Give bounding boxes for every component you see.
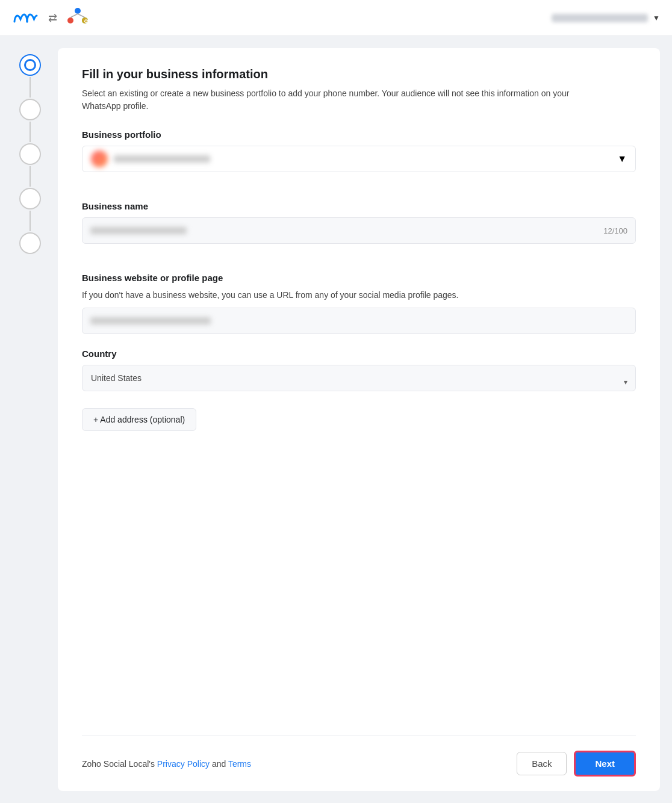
step-circle-2 <box>19 99 41 120</box>
step-circle-4 <box>19 188 41 209</box>
svg-point-0 <box>75 8 81 14</box>
svg-line-4 <box>78 14 85 17</box>
step-circle-5 <box>19 232 41 254</box>
page-title: Fill in your business information <box>82 67 636 81</box>
step-active-indicator <box>24 59 36 71</box>
step-connector-3-4 <box>30 166 31 187</box>
country-select-wrapper: United States Canada United Kingdom Aust… <box>82 365 636 400</box>
user-account-blurred <box>552 14 648 22</box>
back-button[interactable]: Back <box>517 752 567 775</box>
page-description: Select an existing or create a new busin… <box>82 87 576 113</box>
step-item-4 <box>19 188 41 209</box>
footer-text-prefix: Zoho Social Local's <box>82 759 157 769</box>
portfolio-dropdown[interactable]: ▼ <box>82 146 636 172</box>
business-portfolio-section: Business portfolio ▼ <box>82 129 636 187</box>
business-name-section: Business name 12/100 <box>82 201 636 258</box>
footer: Zoho Social Local's Privacy Policy and T… <box>82 736 636 777</box>
step-circle-3 <box>19 143 41 165</box>
portfolio-text-blurred <box>114 155 210 163</box>
svg-point-1 <box>67 17 73 23</box>
footer-and-text: and <box>210 759 228 769</box>
top-bar-right: ▼ <box>552 14 660 22</box>
website-blur <box>90 317 211 324</box>
svg-line-3 <box>70 14 78 17</box>
account-dropdown-arrow[interactable]: ▼ <box>653 14 660 22</box>
top-bar-left: ⇄ ⏱ <box>12 7 89 29</box>
step-connector-2-3 <box>30 122 31 142</box>
add-address-button[interactable]: + Add address (optional) <box>82 408 196 431</box>
network-icon: ⏱ <box>67 7 89 29</box>
privacy-policy-link[interactable]: Privacy Policy <box>157 759 210 769</box>
meta-logo <box>12 10 39 26</box>
refresh-icon[interactable]: ⇄ <box>48 11 57 25</box>
website-label: Business website or profile page <box>82 273 636 283</box>
portfolio-avatar <box>91 150 108 167</box>
business-name-label: Business name <box>82 201 636 211</box>
step-circle-1 <box>19 54 41 76</box>
step-sidebar <box>12 48 48 791</box>
step-item-1 <box>19 54 41 76</box>
terms-link[interactable]: Terms <box>228 759 251 769</box>
country-label: Country <box>82 349 636 359</box>
business-name-blurred <box>90 227 187 234</box>
next-button[interactable]: Next <box>574 751 636 777</box>
main-layout: Fill in your business information Select… <box>0 36 672 803</box>
step-item-2 <box>19 99 41 120</box>
step-connector-4-5 <box>30 211 31 231</box>
country-section: Country United States Canada United King… <box>82 349 636 431</box>
portfolio-value <box>91 150 210 167</box>
footer-text: Zoho Social Local's Privacy Policy and T… <box>82 759 251 769</box>
step-item-3 <box>19 143 41 165</box>
char-count: 12/100 <box>603 226 627 235</box>
svg-text:⏱: ⏱ <box>84 19 89 24</box>
country-select[interactable]: United States Canada United Kingdom Aust… <box>82 365 636 391</box>
footer-buttons: Back Next <box>517 751 636 777</box>
step-connector-1-2 <box>30 77 31 98</box>
portfolio-dropdown-arrow: ▼ <box>617 153 627 164</box>
top-bar: ⇄ ⏱ ▼ <box>0 0 672 36</box>
website-section: Business website or profile page If you … <box>82 273 636 334</box>
website-input-wrapper <box>82 308 636 334</box>
content-area: Fill in your business information Select… <box>58 48 660 791</box>
portfolio-label: Business portfolio <box>82 129 636 140</box>
website-description: If you don't have a business website, yo… <box>82 289 636 302</box>
step-item-5 <box>19 232 41 254</box>
business-name-input-wrapper: 12/100 <box>82 217 636 244</box>
